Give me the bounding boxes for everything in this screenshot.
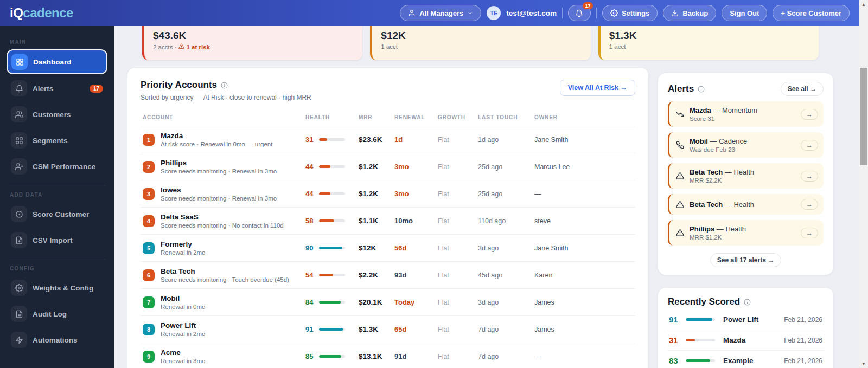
- app-header: iQcadence All Managers TE test@test.com …: [0, 0, 859, 26]
- table-row[interactable]: 7MobilRenewal in 0mo84$20.1KTodayFlat3d …: [141, 289, 635, 316]
- grid-icon: [11, 54, 28, 70]
- notification-badge: 17: [583, 2, 593, 9]
- table-row[interactable]: 3lowesScore needs monitoring · Renewal i…: [141, 180, 635, 208]
- account-description: Renewal in 2mo: [161, 249, 205, 256]
- recently-scored-row[interactable]: 31MazdaFeb 21, 2026: [668, 330, 824, 351]
- sign-out-button[interactable]: Sign Out: [722, 5, 767, 21]
- segment-stat-card[interactable]: $43.6K2 accts ·1 at risk: [142, 26, 362, 60]
- renewal-value: 3mo: [392, 180, 436, 208]
- account-description: Renewal in 3mo: [161, 358, 205, 364]
- sidebar-section-label: MAIN: [10, 39, 104, 45]
- recently-scored-title: Recently Scored: [668, 296, 740, 307]
- table-row[interactable]: 5FormerlyRenewal in 2mo90$12K56dFlat3d a…: [141, 235, 635, 262]
- alerts-see-all-button[interactable]: See all →: [781, 82, 824, 96]
- sidebar-item-label: Segments: [33, 137, 103, 145]
- sidebar-item-csm-performance[interactable]: CSM Performance: [7, 154, 107, 178]
- alert-item[interactable]: Phillips — HealthMRR $1.2K→: [668, 220, 824, 246]
- renewal-value: 3mo: [392, 153, 436, 180]
- table-row[interactable]: 2PhillipsScore needs monitoring · Renewa…: [141, 153, 635, 180]
- backup-label: Backup: [682, 9, 708, 17]
- alert-open-button[interactable]: →: [801, 109, 818, 120]
- growth-value: Flat: [436, 343, 476, 368]
- scrollbar-up-arrow[interactable]: ▲: [859, 0, 868, 9]
- user-email: test@test.com: [506, 9, 557, 17]
- alert-subtitle: Was due Feb 23: [690, 146, 795, 153]
- account-name: Acme: [161, 348, 205, 357]
- sidebar-item-automations[interactable]: Automations: [7, 328, 107, 352]
- last-touch-value: 1d ago: [476, 126, 532, 153]
- growth-value: Flat: [436, 208, 476, 235]
- rank-badge: 3: [143, 188, 155, 200]
- sidebar-item-label: Score Customer: [33, 210, 103, 218]
- grid-icon: [11, 132, 27, 149]
- alert-item[interactable]: Beta Tech — HealthMRR $2.2K→: [668, 163, 824, 189]
- alert-item[interactable]: Mobil — CadenceWas due Feb 23→: [668, 132, 824, 158]
- renewal-value: 91d: [392, 343, 436, 368]
- table-row[interactable]: 4Delta SaaSScore needs monitoring · No c…: [141, 208, 635, 235]
- segment-stat-card[interactable]: $12K1 acct: [370, 26, 590, 60]
- table-row[interactable]: 6Beta TechScore needs monitoring · Touch…: [141, 262, 635, 289]
- recently-scored-row[interactable]: 83ExampleFeb 21, 2026: [668, 351, 824, 368]
- health-score-bar: [319, 219, 345, 222]
- table-column-header: ACCOUNT: [141, 111, 303, 126]
- sidebar-item-audit-log[interactable]: Audit Log: [7, 302, 107, 326]
- alert-open-button[interactable]: →: [801, 199, 818, 210]
- priority-accounts-panel: Priority Accounts Sorted by urgency — At…: [127, 68, 648, 368]
- manager-filter-dropdown[interactable]: All Managers: [400, 5, 481, 21]
- segment-stat-card[interactable]: $1.3K1 acct: [598, 26, 819, 60]
- alert-open-button[interactable]: →: [801, 140, 818, 151]
- alert-subtitle: Score 31: [690, 115, 795, 122]
- account-description: At risk score · Renewal in 0mo — urgent: [161, 141, 272, 147]
- recent-score-bar: [686, 339, 715, 341]
- sidebar-item-label: CSV Import: [33, 236, 103, 244]
- alert-open-button[interactable]: →: [801, 171, 818, 182]
- sidebar-item-customers[interactable]: Customers: [7, 102, 107, 126]
- view-all-at-risk-button[interactable]: View All At Risk →: [560, 80, 635, 96]
- owner-value: Jane Smith: [532, 235, 635, 262]
- sidebar-item-csv-import[interactable]: CSV Import: [7, 228, 107, 252]
- account-cell: 2PhillipsScore needs monitoring · Renewa…: [141, 153, 303, 180]
- account-description: Renewal in 0mo: [161, 304, 205, 310]
- alert-open-button[interactable]: →: [801, 228, 818, 238]
- alert-item[interactable]: Beta Tech — Health→: [668, 194, 824, 215]
- sidebar-item-segments[interactable]: Segments: [7, 128, 107, 152]
- table-row[interactable]: 1MazdaAt risk score · Renewal in 0mo — u…: [141, 126, 635, 153]
- account-cell: 6Beta TechScore needs monitoring · Touch…: [141, 262, 303, 289]
- score-customer-button[interactable]: + Score Customer: [773, 5, 850, 21]
- sidebar-item-dashboard[interactable]: Dashboard: [7, 49, 107, 74]
- header-divider: [562, 8, 563, 18]
- alert-subtitle: MRR $2.2K: [690, 177, 795, 184]
- stat-card-value: $43.6K: [153, 30, 354, 42]
- sidebar-section-label: ADD DATA: [10, 192, 104, 198]
- phone-icon: [676, 141, 684, 149]
- table-row[interactable]: 9AcmeRenewal in 3mo85$13.1K91dFlat7d ago…: [141, 343, 635, 368]
- warning-icon: [676, 229, 684, 237]
- table-column-header: GROWTH: [436, 111, 476, 126]
- see-all-alerts-button[interactable]: See all 17 alerts →: [710, 253, 781, 267]
- last-touch-value: 7d ago: [476, 343, 532, 368]
- browser-scrollbar[interactable]: ▲ ▼: [859, 0, 868, 368]
- lightning-icon: [11, 332, 27, 348]
- scrollbar-down-arrow[interactable]: ▼: [859, 359, 868, 368]
- sidebar-item-alerts[interactable]: Alerts17: [7, 76, 107, 100]
- health-score-value: 44: [305, 190, 315, 198]
- account-cell: 9AcmeRenewal in 3mo: [141, 343, 303, 368]
- health-score-value: 90: [305, 244, 315, 252]
- account-name: lowes: [161, 186, 277, 194]
- recently-scored-row[interactable]: 91Power LiftFeb 21, 2026: [668, 309, 824, 330]
- owner-value: Jane Smith: [532, 126, 635, 153]
- sidebar: MAINDashboardAlerts17CustomersSegmentsCS…: [0, 26, 114, 368]
- last-touch-value: 45d ago: [476, 262, 532, 289]
- backup-button[interactable]: Backup: [663, 5, 716, 21]
- alert-body: Phillips — HealthMRR $1.2K: [690, 225, 795, 241]
- sidebar-item-score-customer[interactable]: Score Customer: [7, 202, 107, 226]
- owner-value: steve: [532, 208, 635, 235]
- rank-badge: 9: [143, 351, 155, 363]
- table-row[interactable]: 8Power LiftRenewal in 2mo91$1.3K65dFlat7…: [141, 316, 635, 343]
- health-score-value: 44: [305, 163, 315, 171]
- sidebar-item-weights-config[interactable]: Weights & Config: [7, 276, 107, 300]
- renewal-value: 56d: [392, 235, 436, 262]
- scrollbar-thumb[interactable]: [860, 68, 867, 165]
- alert-item[interactable]: Mazda — MomentumScore 31→: [668, 101, 824, 127]
- settings-button[interactable]: Settings: [602, 5, 658, 21]
